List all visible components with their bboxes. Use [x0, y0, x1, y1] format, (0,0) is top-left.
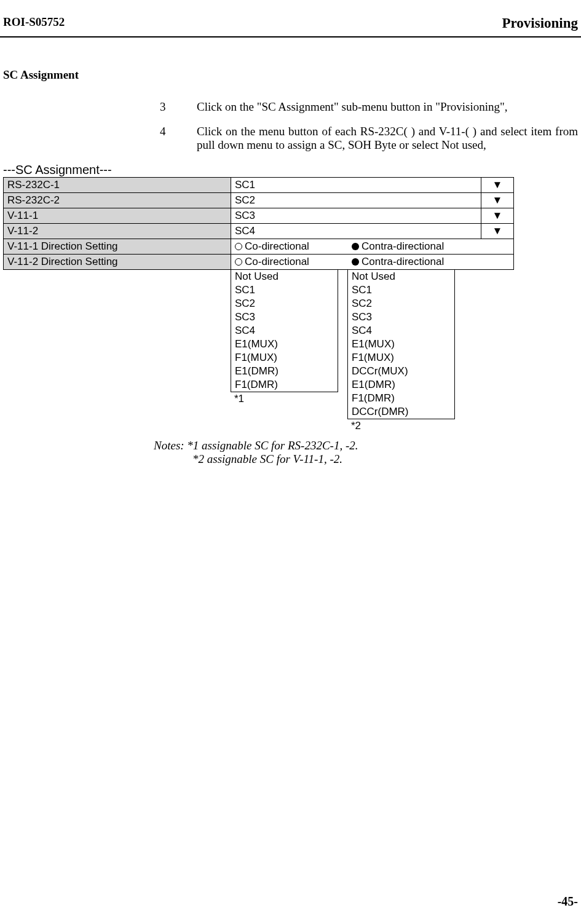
list-item[interactable]: SC1	[348, 283, 454, 297]
list-item[interactable]: SC2	[348, 297, 454, 310]
dropdown-list-rs232c[interactable]: Not Used SC1 SC2 SC3 SC4 E1(MUX) F1(MUX)…	[231, 269, 338, 392]
contra-directional-radio[interactable]: Contra-directional	[352, 240, 444, 253]
dropdown-footnote-2: *2	[347, 419, 455, 433]
step-4: 4 Click on the menu button of each RS-23…	[0, 125, 581, 152]
chapter-title: Provisioning	[502, 15, 578, 31]
list-item[interactable]: E1(MUX)	[231, 338, 338, 351]
row-value-rs232c-2[interactable]: SC2	[231, 193, 481, 208]
chevron-down-icon[interactable]: ▼	[481, 224, 513, 239]
list-item[interactable]: DCCr(MUX)	[348, 365, 454, 378]
radio-label: Co-directional	[245, 240, 309, 253]
list-item[interactable]: SC4	[348, 324, 454, 338]
row-value-rs232c-1[interactable]: SC1	[231, 178, 481, 193]
step-text: Click on the "SC Assignment" sub-menu bu…	[197, 100, 578, 114]
panel-title: ---SC Assignment---	[0, 163, 581, 177]
radio-unselected-icon	[235, 243, 242, 250]
note-line-1: Notes: *1 assignable SC for RS-232C-1, -…	[154, 439, 581, 452]
chevron-down-icon[interactable]: ▼	[481, 193, 513, 208]
page-header: ROI-S05752 Provisioning	[0, 15, 581, 38]
step-number: 4	[160, 125, 197, 152]
table-row: RS-232C-1 SC1 ▼	[4, 178, 514, 193]
list-item[interactable]: E1(DMR)	[231, 365, 338, 378]
list-item[interactable]: SC4	[231, 324, 338, 338]
radio-label: Co-directional	[245, 256, 309, 268]
step-3: 3 Click on the "SC Assignment" sub-menu …	[0, 100, 581, 114]
list-item[interactable]: SC1	[231, 283, 338, 297]
row-label-v11-2: V-11-2	[4, 224, 231, 239]
row-label-rs232c-1: RS-232C-1	[4, 178, 231, 193]
row-label-v11-1-direction: V-11-1 Direction Setting	[4, 239, 231, 255]
chevron-down-icon[interactable]: ▼	[481, 178, 513, 193]
row-label-v11-1: V-11-1	[4, 208, 231, 224]
list-item[interactable]: Not Used	[348, 270, 454, 283]
doc-id: ROI-S05752	[3, 15, 65, 31]
notes-block: Notes: *1 assignable SC for RS-232C-1, -…	[0, 439, 581, 466]
table-row: V-11-2 Direction Setting Co-directional …	[4, 255, 514, 270]
list-item[interactable]: SC2	[231, 297, 338, 310]
list-item[interactable]: F1(MUX)	[231, 351, 338, 365]
list-item[interactable]: F1(MUX)	[348, 351, 454, 365]
table-row: V-11-1 Direction Setting Co-directional …	[4, 239, 514, 255]
list-item[interactable]: F1(DMR)	[231, 378, 338, 392]
radio-unselected-icon	[235, 258, 242, 266]
list-item[interactable]: F1(DMR)	[348, 392, 454, 405]
list-item[interactable]: SC3	[231, 310, 338, 324]
radio-label: Contra-directional	[362, 256, 444, 268]
list-item[interactable]: Not Used	[231, 270, 338, 283]
row-value-v11-1[interactable]: SC3	[231, 208, 481, 224]
co-directional-radio[interactable]: Co-directional	[235, 256, 352, 268]
row-value-v11-2[interactable]: SC4	[231, 224, 481, 239]
table-row: RS-232C-2 SC2 ▼	[4, 193, 514, 208]
dropdown-list-v11[interactable]: Not Used SC1 SC2 SC3 SC4 E1(MUX) F1(MUX)…	[347, 269, 455, 419]
contra-directional-radio[interactable]: Contra-directional	[352, 256, 444, 268]
list-item[interactable]: DCCr(DMR)	[348, 405, 454, 419]
note-line-2: *2 assignable SC for V-11-1, -2.	[154, 452, 581, 466]
radio-selected-icon	[352, 258, 359, 266]
table-row: V-11-2 SC4 ▼	[4, 224, 514, 239]
sc-assignment-table: RS-232C-1 SC1 ▼ RS-232C-2 SC2 ▼ V-11-1 S…	[3, 177, 514, 270]
list-item[interactable]: E1(DMR)	[348, 378, 454, 392]
step-text: Click on the menu button of each RS-232C…	[197, 125, 578, 152]
row-label-v11-2-direction: V-11-2 Direction Setting	[4, 255, 231, 270]
co-directional-radio[interactable]: Co-directional	[235, 240, 352, 253]
section-title: SC Assignment	[0, 68, 581, 82]
dropdown-footnote-1: *1	[231, 392, 338, 406]
chevron-down-icon[interactable]: ▼	[481, 208, 513, 224]
row-label-rs232c-2: RS-232C-2	[4, 193, 231, 208]
dropdown-examples: Not Used SC1 SC2 SC3 SC4 E1(MUX) F1(MUX)…	[0, 269, 581, 433]
radio-label: Contra-directional	[362, 240, 444, 253]
table-row: V-11-1 SC3 ▼	[4, 208, 514, 224]
list-item[interactable]: SC3	[348, 310, 454, 324]
page-number: -45-	[558, 894, 578, 909]
step-number: 3	[160, 100, 197, 114]
list-item[interactable]: E1(MUX)	[348, 338, 454, 351]
radio-selected-icon	[352, 243, 359, 250]
